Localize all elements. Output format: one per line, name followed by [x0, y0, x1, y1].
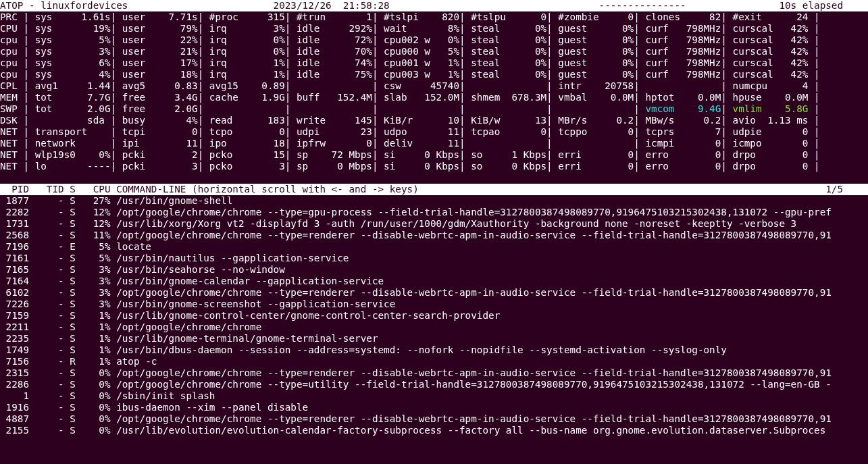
blank [0, 172, 868, 184]
sys-row: cpu | sys 4%| user 18%| irq 1%| idle 75%… [0, 69, 868, 80]
sys-row: NET | transport | tcpi 0| tcpo 0| udpi 2… [0, 126, 868, 138]
process-row[interactable]: 7226 - S 3% /usr/bin/gnome-screenshot --… [0, 299, 868, 310]
sys-row: CPU | sys 19%| user 79%| irq 3%| idle 29… [0, 23, 868, 34]
process-row[interactable]: 1749 - S 1% /usr/bin/dbus-daemon --sessi… [0, 344, 868, 356]
sys-row: cpu | sys 6%| user 17%| irq 1%| idle 74%… [0, 57, 868, 69]
process-row[interactable]: 7161 - S 5% /usr/bin/nautilus --gapplica… [0, 253, 868, 264]
sys-row: cpu | sys 3%| user 21%| irq 0%| idle 70%… [0, 46, 868, 57]
sys-row: NET | lo ----| pcki 3| pcko 3| sp 0 Mbps… [0, 161, 868, 172]
sys-row: PRC | sys 1.61s| user 7.71s| #proc 315| … [0, 11, 868, 23]
sys-row: DSK | sda | busy 4%| read 183| write 145… [0, 115, 868, 126]
sys-row: NET | wlp19s0 0%| pcki 2| pcko 15| sp 72… [0, 149, 868, 161]
process-row[interactable]: 1731 - S 12% /usr/lib/xorg/Xorg vt2 -dis… [0, 218, 868, 230]
process-row[interactable]: 2211 - S 1% /opt/google/chrome/chrome [0, 321, 868, 333]
sys-row: MEM | tot 7.7G| free 3.4G| cache 1.9G| b… [0, 92, 868, 103]
process-header: PID TID S CPU COMMAND-LINE (horizontal s… [0, 184, 868, 195]
process-row[interactable]: 2235 - S 1% /usr/lib/gnome-terminal/gnom… [0, 333, 868, 344]
sys-row: SWP | tot 2.0G| free 2.0G| | | | | | vmc… [0, 103, 868, 115]
process-row[interactable]: 2286 - S 0% /opt/google/chrome/chrome --… [0, 379, 868, 390]
sys-row: cpu | sys 5%| user 22%| irq 0%| idle 72%… [0, 34, 868, 46]
process-row[interactable]: 1877 - S 27% /usr/bin/gnome-shell [0, 195, 868, 207]
process-row[interactable]: 6102 - S 3% /opt/google/chrome/chrome --… [0, 287, 868, 299]
process-row[interactable]: 4887 - S 0% /opt/google/chrome/chrome --… [0, 413, 868, 425]
process-row[interactable]: 2282 - S 12% /opt/google/chrome/chrome -… [0, 207, 868, 218]
process-row[interactable]: 7159 - S 1% /usr/lib/gnome-control-cente… [0, 310, 868, 321]
process-row[interactable]: 7165 - S 3% /usr/bin/seahorse --no-windo… [0, 264, 868, 276]
process-row[interactable]: 7196 - E 5% locate [0, 241, 868, 253]
process-row[interactable]: 7156 - R 1% atop -c [0, 356, 868, 367]
process-row[interactable]: 7164 - S 3% /usr/bin/gnome-calendar --ga… [0, 276, 868, 287]
process-row[interactable]: 2568 - S 11% /opt/google/chrome/chrome -… [0, 230, 868, 241]
process-row[interactable]: 2155 - S 0% /usr/lib/evolution/evolution… [0, 425, 868, 436]
process-row[interactable]: 2315 - S 0% /opt/google/chrome/chrome --… [0, 367, 868, 379]
terminal-output[interactable]: ATOP - linuxfordevices 2023/12/26 21:58:… [0, 0, 868, 436]
process-row[interactable]: 1916 - S 0% ibus-daemon --xim --panel di… [0, 402, 868, 413]
process-row[interactable]: 1 - S 0% /sbin/init splash [0, 390, 868, 402]
sys-row: CPL | avg1 1.44| avg5 0.83| avg15 0.89| … [0, 80, 868, 92]
title-bar: ATOP - linuxfordevices 2023/12/26 21:58:… [0, 0, 868, 11]
sys-row: NET | network | ipi 11| ipo 18| ipfrw 0|… [0, 138, 868, 149]
